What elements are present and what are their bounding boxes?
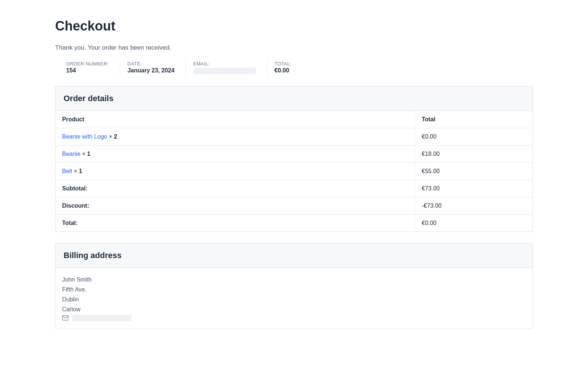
- summary-date: DATE: January 23, 2024: [128, 60, 186, 75]
- table-row: Beanie × 1 €18.00: [55, 145, 533, 162]
- order-details-panel: Order details Product Total Beanie with …: [55, 86, 533, 232]
- product-link[interactable]: Beanie with Logo: [62, 133, 107, 140]
- product-qty: × 1: [74, 168, 82, 174]
- col-total: Total: [415, 111, 533, 128]
- subtotal-label: Subtotal:: [55, 180, 415, 197]
- summary-order-number-label: ORDER NUMBER:: [66, 61, 109, 67]
- product-total: €18.00: [415, 145, 533, 162]
- redacted-email: [193, 68, 256, 74]
- page-title: Checkout: [55, 18, 533, 34]
- subtotal-row: Subtotal: €73.00: [55, 180, 533, 197]
- billing-region: Carlow: [62, 304, 526, 314]
- thank-you-message: Thank you. Your order has been received.: [55, 44, 533, 51]
- order-details-table: Product Total Beanie with Logo × 2 €0.00…: [55, 111, 533, 232]
- table-header-row: Product Total: [55, 111, 533, 128]
- billing-street: Fifth Ave.: [62, 285, 526, 294]
- table-row: Belt × 1 €55.00: [55, 162, 533, 180]
- table-row: Beanie with Logo × 2 €0.00: [55, 128, 533, 145]
- billing-email-row: [62, 315, 526, 321]
- product-total: €0.00: [415, 128, 533, 145]
- total-label: Total:: [55, 214, 415, 232]
- total-row: Total: €0.00: [55, 214, 533, 232]
- summary-order-number: ORDER NUMBER: 154: [66, 60, 120, 75]
- svg-rect-0: [62, 315, 68, 320]
- mail-icon: [62, 315, 69, 321]
- summary-order-number-value: 154: [66, 67, 109, 74]
- discount-row: Discount: -€73.00: [55, 197, 533, 214]
- subtotal-value: €73.00: [415, 180, 533, 197]
- billing-city: Dublin: [62, 294, 526, 304]
- billing-panel: Billing address John Smith Fifth Ave. Du…: [55, 243, 533, 329]
- summary-email: EMAIL:: [193, 60, 267, 75]
- total-value: €0.00: [415, 214, 533, 232]
- billing-heading: Billing address: [55, 243, 533, 268]
- billing-body: John Smith Fifth Ave. Dublin Carlow: [55, 268, 533, 329]
- summary-total: TOTAL: €0.00: [275, 60, 303, 75]
- order-summary: ORDER NUMBER: 154 DATE: January 23, 2024…: [55, 60, 533, 75]
- col-product: Product: [55, 111, 415, 128]
- product-total: €55.00: [415, 162, 533, 180]
- discount-value: -€73.00: [415, 197, 533, 214]
- summary-email-value: [193, 67, 256, 74]
- summary-date-value: January 23, 2024: [128, 67, 175, 74]
- discount-label: Discount:: [55, 197, 415, 214]
- redacted-email: [72, 315, 131, 321]
- product-link[interactable]: Beanie: [62, 151, 80, 157]
- summary-total-value: €0.00: [275, 67, 292, 74]
- summary-date-label: DATE:: [128, 61, 175, 67]
- product-qty: × 2: [109, 133, 117, 140]
- product-link[interactable]: Belt: [62, 168, 72, 174]
- billing-name: John Smith: [62, 275, 526, 285]
- summary-total-label: TOTAL:: [275, 61, 292, 67]
- order-details-heading: Order details: [55, 86, 533, 111]
- summary-email-label: EMAIL:: [193, 61, 256, 67]
- product-qty: × 1: [82, 151, 90, 157]
